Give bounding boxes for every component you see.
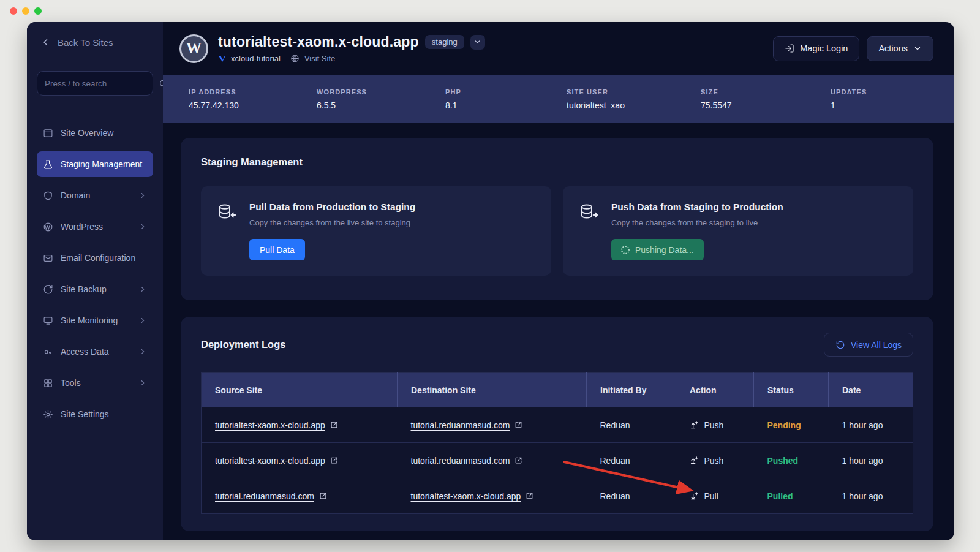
push-action-icon <box>690 456 699 465</box>
source-site-link[interactable]: tutorial.reduanmasud.com <box>215 491 327 501</box>
chevron-right-icon <box>138 285 147 293</box>
actions-dropdown-button[interactable]: Actions <box>867 36 933 61</box>
push-data-panel: Push Data from Staging to Production Cop… <box>563 186 913 276</box>
view-all-logs-button[interactable]: View All Logs <box>824 333 913 357</box>
backup-icon <box>43 284 53 295</box>
sidebar-item-site-settings[interactable]: Site Settings <box>37 401 153 427</box>
initiated-by-cell: Reduan <box>587 407 676 443</box>
sidebar-item-label: Access Data <box>61 346 109 358</box>
sidebar-item-access-data[interactable]: Access Data <box>37 339 153 365</box>
provider-name: xcloud-tutorial <box>231 54 281 63</box>
sidebar-item-tools[interactable]: Tools <box>37 370 153 396</box>
sidebar-item-label: Staging Management <box>61 159 142 170</box>
site-title-block: tutorialtest-xaom.x-cloud.app staging xc… <box>218 34 485 63</box>
app-window: Back To Sites Site Overview Staging Mana… <box>27 22 954 540</box>
action-cell: Push <box>690 456 754 466</box>
action-label: Push <box>704 420 724 430</box>
pushing-data-label: Pushing Data... <box>635 245 694 255</box>
sidebar-item-wordpress[interactable]: WordPress <box>37 214 153 240</box>
status-badge: Pending <box>767 420 801 430</box>
main-content: W tutorialtest-xaom.x-cloud.app staging … <box>163 22 954 540</box>
chevron-right-icon <box>138 222 147 231</box>
site-info-bar: IP ADDRESS 45.77.42.130 WORDPRESS 6.5.5 … <box>163 75 954 123</box>
source-site-link[interactable]: tutorialtest-xaom.x-cloud.app <box>215 420 338 430</box>
search-input[interactable] <box>45 79 153 88</box>
table-row: tutorial.reduanmasud.com tutorialtest-xa… <box>202 478 913 514</box>
info-updates: UPDATES 1 <box>831 88 954 110</box>
window-close-button[interactable] <box>10 7 17 15</box>
push-action-icon <box>690 420 699 429</box>
sidebar-item-email-configuration[interactable]: Email Configuration <box>37 245 153 271</box>
sidebar-item-label: Site Monitoring <box>61 315 118 327</box>
history-icon <box>835 340 845 350</box>
date-cell: 1 hour ago <box>829 443 913 478</box>
external-link-icon <box>330 421 338 429</box>
date-cell: 1 hour ago <box>829 478 913 514</box>
loading-spinner-icon <box>621 246 630 254</box>
source-site-link[interactable]: tutorialtest-xaom.x-cloud.app <box>215 456 338 466</box>
sidebar-item-staging-management[interactable]: Staging Management <box>37 151 153 177</box>
column-date: Date <box>829 373 913 407</box>
column-source-site: Source Site <box>202 373 398 407</box>
domain-icon <box>43 191 53 201</box>
external-link-icon <box>514 421 522 429</box>
deployment-logs-card: Deployment Logs View All Logs <box>181 317 933 531</box>
chevron-right-icon <box>138 347 147 356</box>
initiated-by-cell: Reduan <box>587 443 676 478</box>
actions-label: Actions <box>878 43 908 53</box>
chevron-right-icon <box>138 379 147 387</box>
initiated-by-cell: Reduan <box>587 478 676 514</box>
deployment-logs-title: Deployment Logs <box>201 339 285 350</box>
chevron-right-icon <box>138 316 147 325</box>
pull-action-icon <box>690 491 699 501</box>
window-controls <box>10 7 42 15</box>
table-row: tutorialtest-xaom.x-cloud.app tutorial.r… <box>202 443 913 478</box>
email-icon <box>43 253 53 263</box>
view-all-logs-label: View All Logs <box>851 340 902 350</box>
sidebar-item-site-overview[interactable]: Site Overview <box>37 120 153 146</box>
push-panel-title: Push Data from Staging to Production <box>611 202 783 213</box>
monitoring-icon <box>43 316 53 326</box>
pull-panel-title: Pull Data from Production to Staging <box>249 202 415 213</box>
site-overview-icon <box>43 128 53 138</box>
action-cell: Pull <box>690 491 754 501</box>
tools-icon <box>43 378 53 388</box>
sidebar-item-label: Tools <box>61 377 81 389</box>
destination-site-link[interactable]: tutorialtest-xaom.x-cloud.app <box>411 491 534 501</box>
sidebar-item-domain[interactable]: Domain <box>37 183 153 208</box>
search-input-wrapper[interactable] <box>37 71 153 96</box>
magic-login-button[interactable]: Magic Login <box>773 36 859 61</box>
action-label: Pull <box>704 491 718 501</box>
pushing-data-button[interactable]: Pushing Data... <box>611 239 704 260</box>
sidebar-item-label: Site Settings <box>61 409 109 420</box>
status-badge: Pushed <box>767 456 799 466</box>
destination-site-link[interactable]: tutorial.reduanmasud.com <box>411 420 523 430</box>
sidebar-nav: Site Overview Staging Management Domain … <box>37 120 153 427</box>
window-zoom-button[interactable] <box>34 7 42 15</box>
info-size: SIZE 75.5547 <box>701 88 831 110</box>
visit-site-link[interactable]: Visit Site <box>304 54 335 63</box>
environment-dropdown-chevron-icon[interactable] <box>470 35 485 50</box>
database-pull-icon <box>217 203 237 260</box>
window-minimize-button[interactable] <box>22 7 29 15</box>
pull-data-button[interactable]: Pull Data <box>249 239 305 260</box>
sidebar: Back To Sites Site Overview Staging Mana… <box>27 22 163 540</box>
external-link-icon <box>514 456 522 464</box>
action-label: Push <box>704 456 724 466</box>
header-actions: Magic Login Actions <box>773 36 933 61</box>
sidebar-item-label: Email Configuration <box>61 252 135 264</box>
sidebar-item-site-monitoring[interactable]: Site Monitoring <box>37 308 153 333</box>
chevron-down-icon <box>913 44 922 53</box>
pull-data-panel: Pull Data from Production to Staging Cop… <box>201 186 551 276</box>
info-ip-address: IP ADDRESS 45.77.42.130 <box>189 88 317 110</box>
back-to-sites-button[interactable]: Back To Sites <box>37 34 153 50</box>
external-link-icon <box>526 492 533 500</box>
pull-panel-subtitle: Copy the changes from the live site to s… <box>249 218 410 227</box>
column-initiated-by: Initiated By <box>587 373 676 407</box>
external-link-icon <box>330 456 338 464</box>
table-row: tutorialtest-xaom.x-cloud.app tutorial.r… <box>202 407 913 443</box>
access-data-icon <box>43 347 53 357</box>
back-to-sites-label: Back To Sites <box>58 37 113 48</box>
destination-site-link[interactable]: tutorial.reduanmasud.com <box>411 456 523 466</box>
sidebar-item-site-backup[interactable]: Site Backup <box>37 276 153 302</box>
